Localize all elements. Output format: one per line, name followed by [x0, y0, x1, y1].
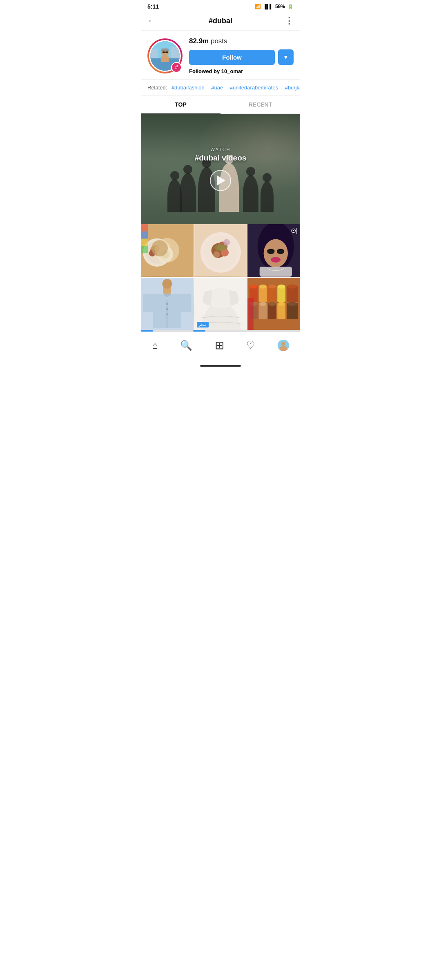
svg-point-75 — [269, 302, 276, 306]
svg-rect-7 — [165, 51, 168, 53]
svg-point-67 — [287, 284, 297, 288]
tab-top[interactable]: TOP — [141, 96, 220, 114]
svg-rect-44 — [260, 267, 292, 277]
header: ← #dubai ⋮ — [141, 11, 300, 31]
battery-text: 59% — [275, 4, 285, 9]
scroll-indicator — [141, 330, 153, 332]
follow-button[interactable]: Follow — [189, 50, 275, 65]
grid-item-4[interactable] — [141, 278, 194, 330]
scroll-bar — [141, 330, 300, 332]
svg-point-17 — [149, 250, 156, 256]
back-button[interactable]: ← — [147, 16, 156, 26]
bottom-navigation: ⌂ 🔍 ⊞ ♡ — [141, 332, 300, 362]
grid-item-2[interactable] — [194, 224, 247, 277]
svg-rect-47 — [143, 294, 154, 312]
svg-rect-4 — [171, 47, 180, 58]
video-title: #dubai videos — [195, 154, 247, 163]
video-section[interactable]: WATCH #dubai videos — [141, 114, 300, 224]
related-label: Related: — [147, 85, 167, 91]
svg-point-77 — [287, 302, 297, 306]
profile-section: # 82.9m posts Follow ▼ Followed by 10_om… — [141, 31, 300, 79]
status-icons: 📶 ▐▌▌ 59% 🔋 — [255, 4, 294, 9]
svg-rect-23 — [141, 224, 148, 232]
svg-point-19 — [154, 245, 159, 250]
heart-icon: ♡ — [246, 340, 255, 351]
svg-rect-10 — [162, 48, 168, 50]
grid-item-6[interactable] — [247, 278, 300, 330]
follow-row: Follow ▼ — [189, 49, 294, 65]
wifi-icon: 📶 — [255, 4, 261, 9]
search-icon: 🔍 — [180, 340, 192, 351]
camera-icon: ⊙| — [291, 227, 298, 234]
post-count: 82.9m posts — [189, 37, 294, 45]
watch-label: WATCH — [210, 147, 230, 152]
tabs: TOP RECENT — [141, 96, 300, 114]
svg-point-21 — [159, 248, 172, 261]
svg-rect-78 — [247, 298, 254, 330]
grid-item-5[interactable]: متجر — [194, 278, 247, 330]
svg-point-51 — [166, 308, 168, 310]
grid-item-3[interactable]: ⊙| — [247, 224, 300, 277]
page-title: #dubai — [209, 17, 232, 25]
svg-point-18 — [157, 251, 162, 256]
related-tag-dubaifashion[interactable]: #dubaifashion — [172, 85, 205, 91]
grid-image-2 — [194, 224, 247, 277]
avatar-container: # — [147, 38, 183, 74]
home-bar — [200, 365, 241, 367]
svg-point-74 — [259, 302, 267, 306]
svg-rect-3 — [150, 49, 158, 58]
svg-point-66 — [278, 284, 285, 288]
related-tags-section: Related: #dubaifashion #uae #unitedarabe… — [141, 79, 300, 96]
svg-point-80 — [281, 342, 285, 346]
svg-point-65 — [269, 284, 276, 288]
camera-overlay: ⊙| — [291, 227, 298, 234]
nav-home[interactable]: ⌂ — [147, 338, 163, 353]
more-menu-button[interactable]: ⋮ — [285, 16, 294, 26]
svg-rect-25 — [141, 239, 148, 246]
svg-point-43 — [271, 257, 281, 263]
grid-image-6 — [247, 278, 300, 330]
svg-point-50 — [166, 303, 168, 305]
svg-point-20 — [157, 246, 174, 263]
svg-rect-48 — [180, 294, 192, 312]
svg-rect-6 — [163, 51, 165, 53]
svg-rect-26 — [141, 246, 148, 253]
grid-image-1 — [141, 224, 194, 277]
nav-profile[interactable] — [273, 338, 294, 353]
hashtag-badge: # — [171, 62, 182, 73]
svg-rect-11 — [161, 56, 169, 62]
related-tag-unitedarabemirates[interactable]: #unitedarabemirates — [230, 85, 278, 91]
play-button[interactable] — [210, 170, 231, 191]
nav-add[interactable]: ⊞ — [210, 337, 229, 354]
svg-point-52 — [166, 313, 168, 315]
profile-avatar-nav — [278, 340, 289, 351]
svg-point-54 — [162, 279, 172, 289]
svg-rect-8 — [165, 51, 166, 52]
grid-image-4 — [141, 278, 194, 330]
related-tag-burjkhalifa[interactable]: #burjkhalifa — [285, 85, 300, 91]
svg-point-76 — [278, 302, 285, 306]
nav-search[interactable]: 🔍 — [175, 338, 197, 353]
photo-grid: ⊙| — [141, 224, 300, 330]
scroll-indicator-2 — [193, 330, 205, 332]
grid-item-5-label: متجر — [197, 322, 209, 327]
add-icon: ⊞ — [215, 339, 224, 352]
followed-by-text: Followed by 10_omar — [189, 68, 294, 74]
tab-recent[interactable]: RECENT — [220, 96, 300, 114]
svg-point-63 — [250, 284, 257, 288]
home-icon: ⌂ — [152, 340, 158, 351]
svg-rect-24 — [141, 232, 148, 239]
svg-point-22 — [161, 250, 169, 258]
follow-dropdown-button[interactable]: ▼ — [278, 49, 294, 65]
play-triangle-icon — [217, 176, 225, 185]
related-tag-uae[interactable]: #uae — [211, 85, 223, 91]
chevron-down-icon: ▼ — [283, 54, 289, 60]
label-badge: متجر — [197, 322, 209, 327]
home-indicator — [141, 362, 300, 370]
svg-rect-36 — [194, 224, 247, 277]
svg-point-40 — [264, 239, 288, 267]
nav-activity[interactable]: ♡ — [241, 338, 260, 353]
status-time: 5:11 — [147, 3, 159, 10]
grid-item-1[interactable] — [141, 224, 194, 277]
signal-icon: ▐▌▌ — [263, 4, 273, 9]
